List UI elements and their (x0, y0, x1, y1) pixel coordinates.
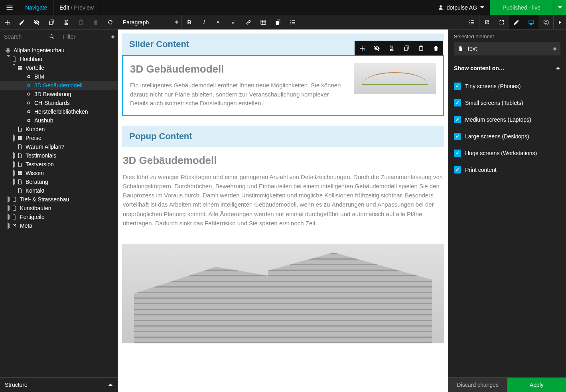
tree-item[interactable]: Kontakt (0, 186, 118, 195)
publish-status[interactable]: Published - live (490, 0, 566, 15)
block-hide-button[interactable] (369, 41, 384, 55)
content-area[interactable]: Slider Content 3D Gebäudemodell Ein inte… (118, 30, 448, 392)
media-button[interactable] (270, 15, 285, 29)
filter-input[interactable] (63, 33, 114, 40)
block-image[interactable] (354, 63, 436, 94)
tree-item[interactable]: Preise (0, 134, 118, 142)
tree-toggle[interactable] (6, 224, 11, 228)
check-label: Small screens (Tablets) (465, 100, 523, 106)
tree-toggle[interactable] (11, 162, 17, 166)
tree-item[interactable]: Aushub (0, 116, 118, 125)
fullscreen-button[interactable] (494, 15, 509, 29)
visibility-check[interactable]: ✓Print content (454, 162, 560, 178)
tree-item[interactable]: CH-Standards (0, 98, 118, 107)
popup-image[interactable] (122, 244, 444, 343)
tree-item[interactable]: Testversion (0, 160, 118, 169)
svg-point-9 (28, 110, 30, 113)
refresh-button[interactable] (103, 15, 118, 29)
tree-item[interactable]: Kunden (0, 125, 118, 134)
subscript-button[interactable]: x₂ (211, 15, 226, 29)
cut-button[interactable] (59, 15, 74, 29)
tree-item[interactable]: BIM (0, 72, 118, 81)
add-button[interactable] (0, 15, 15, 29)
editable-text-block[interactable]: 3D Gebäudemodell Ein intelligentes Gebäu… (122, 55, 444, 116)
tree-item[interactable]: Wissen (0, 169, 118, 177)
popup-section-header[interactable]: Popup Content (122, 126, 444, 147)
discard-button[interactable]: Discard changes (448, 378, 507, 392)
svg-point-6 (28, 84, 30, 87)
unordered-list-button[interactable] (464, 15, 479, 29)
visibility-check[interactable]: ✓Huge screens (Workstations) (454, 145, 560, 162)
tree-toggle[interactable] (11, 171, 17, 175)
bold-button[interactable]: B (182, 15, 197, 29)
tree-item[interactable]: Warum Allplan? (0, 142, 118, 151)
svg-rect-13 (18, 138, 20, 140)
desktop-preview-button[interactable] (524, 15, 538, 29)
block-paragraph[interactable]: Ein intelligentes Gebäudemodell eröffnet… (130, 81, 346, 108)
format-select[interactable]: Paragraph (118, 15, 182, 29)
tree-item[interactable]: Herstellerbibliotheken (0, 107, 118, 116)
italic-button[interactable]: I (197, 15, 211, 29)
visibility-check[interactable]: ✓Medium screens (Laptops) (454, 111, 560, 128)
link-button[interactable] (241, 15, 256, 29)
settings-button[interactable] (538, 15, 553, 29)
publish-dropdown[interactable] (553, 0, 566, 15)
visibility-checks: ✓Tiny screens (Phones)✓Small screens (Ta… (448, 75, 566, 181)
block-cut-button[interactable] (384, 41, 399, 55)
tree-toggle[interactable] (11, 154, 17, 158)
visibility-check[interactable]: ✓Tiny screens (Phones) (454, 78, 560, 95)
table-button[interactable] (256, 15, 270, 29)
tree-toggle[interactable] (6, 215, 11, 219)
checkbox-checked-icon: ✓ (454, 133, 461, 140)
block-delete-button[interactable] (428, 41, 443, 55)
tree-item[interactable]: Fertigteile (0, 213, 118, 221)
tree-toggle[interactable] (6, 206, 11, 210)
tree-toggle[interactable] (11, 66, 17, 70)
tree-item[interactable]: Testimonials (0, 151, 118, 160)
apply-button[interactable]: Apply (507, 378, 566, 392)
user-menu[interactable]: dotpulse AG (432, 0, 490, 15)
filter-box[interactable] (59, 30, 118, 44)
tree-item[interactable]: Vorteile (0, 63, 118, 72)
tree-item[interactable]: Tief- & Strassenbau (0, 195, 118, 204)
edit-mode-button[interactable] (509, 15, 524, 29)
visibility-check[interactable]: ✓Large screens (Desktops) (454, 128, 560, 145)
tree-item[interactable]: Allplan Ingenieurbau (0, 46, 118, 55)
block-copy-button[interactable] (399, 41, 414, 55)
block-title[interactable]: 3D Gebäudemodell (130, 63, 346, 75)
tab-navigate[interactable]: Navigate (19, 0, 53, 15)
superscript-button[interactable]: x² (226, 15, 241, 29)
show-content-header[interactable]: Show content on… (448, 61, 566, 75)
tree-item[interactable]: Beratung (0, 177, 118, 186)
copy-button[interactable] (44, 15, 59, 29)
tree-toggle[interactable] (6, 57, 11, 61)
tree-item[interactable]: 3D Bewehrung (0, 90, 118, 98)
tree-label: Wissen (26, 170, 44, 176)
block-add-button[interactable] (355, 41, 369, 55)
tree-toggle[interactable] (11, 180, 17, 184)
check-label: Huge screens (Workstations) (465, 150, 537, 156)
popup-paragraph[interactable]: Dies führt zu weniger Rückfragen und ein… (122, 172, 444, 228)
search-box[interactable] (0, 30, 59, 44)
tab-edit-preview[interactable]: Edit / Preview (53, 0, 100, 15)
structure-toggle[interactable]: Structure (0, 377, 118, 392)
tree-item[interactable]: Meta (0, 221, 118, 230)
search-input[interactable] (4, 33, 55, 40)
tree-toggle[interactable] (11, 136, 17, 140)
checkbox-checked-icon: ✓ (454, 166, 461, 173)
svg-rect-18 (20, 173, 22, 175)
tree-item[interactable]: Kunstbauten (0, 204, 118, 213)
user-name: dotpulse AG (447, 4, 477, 11)
tree-item[interactable]: 3D Gebäudemodell (0, 81, 118, 90)
selected-element-select[interactable]: Text (454, 42, 560, 55)
ordered-list-button[interactable] (285, 15, 300, 29)
tree-item[interactable]: Hochbau (0, 55, 118, 63)
popup-title[interactable]: 3D Gebäudemodell (122, 154, 444, 167)
visibility-check[interactable]: ✓Small screens (Tablets) (454, 95, 560, 111)
hide-button[interactable] (30, 15, 44, 29)
tree-toggle[interactable] (6, 197, 11, 201)
menu-button[interactable] (0, 0, 19, 15)
open-external-button[interactable] (479, 15, 494, 29)
edit-button[interactable] (15, 15, 30, 29)
expand-panel-button[interactable] (553, 15, 566, 29)
